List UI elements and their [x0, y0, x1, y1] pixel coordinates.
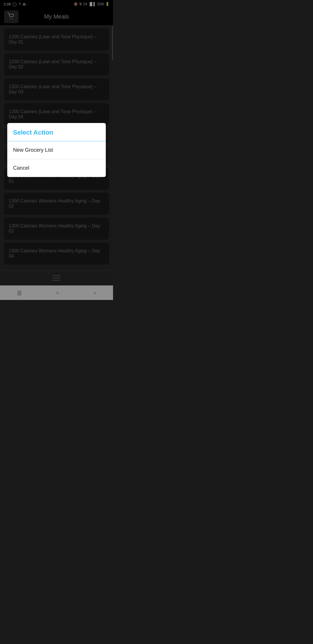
new-grocery-list-label: New Grocery List [13, 147, 53, 153]
select-action-modal: Select Action New Grocery List Cancel [7, 123, 106, 177]
new-grocery-list-button[interactable]: New Grocery List [7, 141, 106, 159]
modal-overlay[interactable]: Select Action New Grocery List Cancel [0, 0, 113, 300]
modal-title: Select Action [13, 129, 53, 136]
modal-title-area: Select Action [7, 123, 106, 141]
cancel-label: Cancel [13, 165, 29, 171]
cancel-button[interactable]: Cancel [7, 159, 106, 177]
